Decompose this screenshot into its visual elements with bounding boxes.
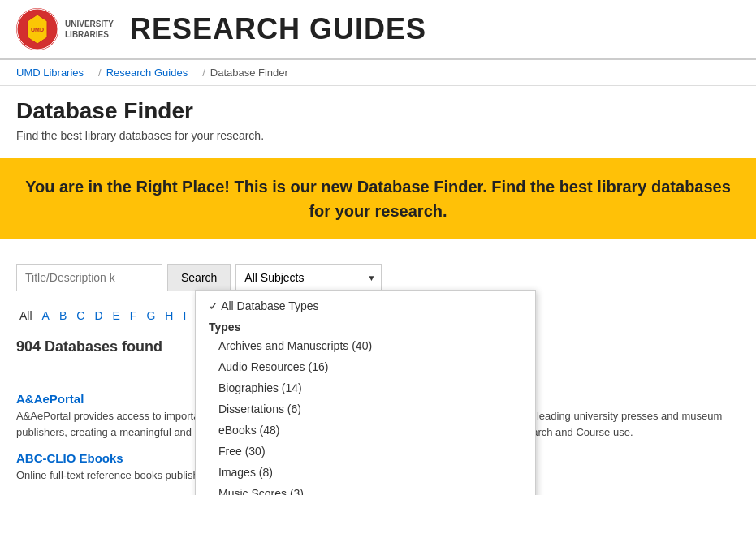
dropdown-item-7[interactable]: Music Scores (3): [196, 483, 535, 495]
banner-text: You are in the Right Place! This is our …: [16, 174, 740, 223]
breadcrumb-umd-libraries[interactable]: UMD Libraries: [16, 60, 93, 85]
seal-svg: UMD: [16, 8, 58, 50]
alpha-B[interactable]: B: [56, 308, 70, 324]
dropdown-item-4[interactable]: eBooks (48): [196, 420, 535, 441]
announcement-banner: You are in the Right Place! This is our …: [0, 158, 756, 239]
database-link-abcclio[interactable]: ABC-CLIO Ebooks: [16, 451, 123, 465]
page-title-area: Database Finder Find the best library da…: [0, 86, 756, 150]
breadcrumb-sep-1: /: [93, 60, 106, 85]
search-area: Search All Subjects All Database Types T…: [0, 248, 756, 299]
alpha-D[interactable]: D: [91, 308, 106, 324]
search-button[interactable]: Search: [167, 264, 231, 291]
page-description: Find the best library databases for your…: [16, 129, 740, 142]
university-name: UNIVERSITY LIBRARIES: [65, 19, 114, 40]
alpha-I[interactable]: I: [179, 308, 189, 324]
alpha-F[interactable]: F: [127, 308, 140, 324]
breadcrumb-nav: UMD Libraries / Research Guides / Databa…: [0, 60, 756, 86]
dropdown-all-types[interactable]: All Database Types: [196, 295, 535, 316]
svg-text:UMD: UMD: [31, 27, 44, 32]
dropdown-item-6[interactable]: Images (8): [196, 462, 535, 483]
database-types-dropdown[interactable]: All Database Types Types Archives and Ma…: [195, 290, 536, 495]
university-seal: UMD: [16, 8, 58, 50]
database-link-aaeportal[interactable]: A&AePortal: [16, 392, 84, 406]
breadcrumb-current: Database Finder: [210, 60, 288, 85]
breadcrumb-research-guides[interactable]: Research Guides: [106, 60, 197, 85]
subjects-select-wrapper: All Subjects: [235, 264, 382, 291]
dropdown-item-1[interactable]: Audio Resources (16): [196, 356, 535, 377]
alpha-H[interactable]: H: [162, 308, 176, 324]
dropdown-item-3[interactable]: Dissertations (6): [196, 398, 535, 420]
alpha-all[interactable]: All: [16, 308, 36, 324]
dropdown-item-2[interactable]: Biographies (14): [196, 377, 535, 398]
logo-area: UMD UNIVERSITY LIBRARIES: [16, 8, 114, 50]
dropdown-item-5[interactable]: Free (30): [196, 441, 535, 462]
site-title: RESEARCH GUIDES: [130, 12, 426, 46]
search-input[interactable]: [16, 264, 162, 291]
subjects-select[interactable]: All Subjects: [235, 264, 382, 291]
page-title: Database Finder: [16, 98, 740, 124]
breadcrumb-sep-2: /: [197, 60, 210, 85]
alpha-G[interactable]: G: [143, 308, 158, 324]
site-header: UMD UNIVERSITY LIBRARIES RESEARCH GUIDES: [0, 0, 756, 60]
dropdown-types-label: Types: [196, 316, 535, 335]
alpha-C[interactable]: C: [73, 308, 88, 324]
dropdown-item-0[interactable]: Archives and Manuscripts (40): [196, 335, 535, 356]
alpha-A[interactable]: A: [39, 308, 53, 324]
alpha-E[interactable]: E: [110, 308, 123, 324]
